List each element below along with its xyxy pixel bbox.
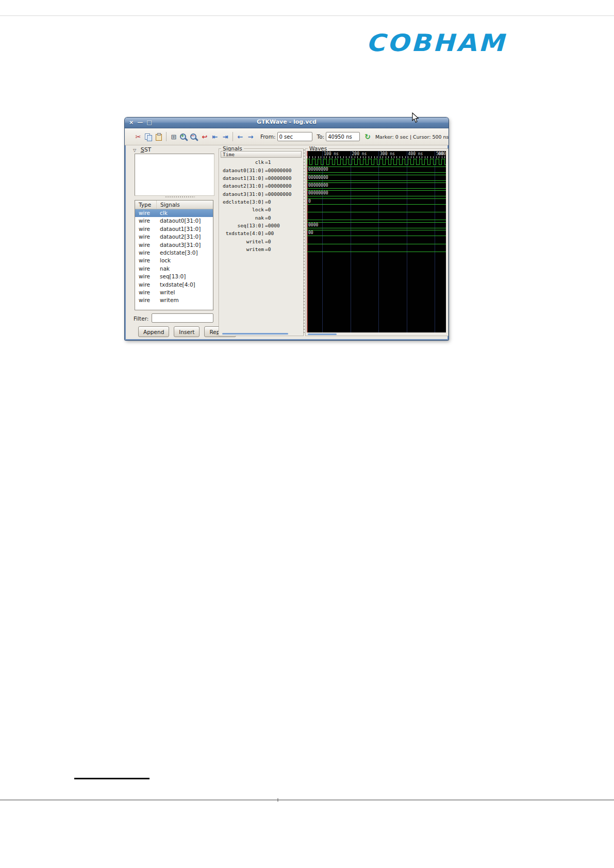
bus-line-bottom — [307, 236, 446, 236]
zoom-undo-icon[interactable]: ↩ — [200, 132, 210, 141]
signal-value-row-writem[interactable]: writem0 — [221, 245, 302, 253]
type-column-header[interactable]: Type — [135, 201, 157, 209]
signal-value-row-dataout1310[interactable]: dataout1[31:0]00000000 — [221, 174, 302, 182]
signal-value: 0 — [265, 207, 271, 212]
to-input[interactable] — [326, 132, 360, 141]
pane-resize-grip[interactable] — [165, 196, 195, 198]
toolbar: ✂⊞+−↩⇤⇥←→ From: To: ↻ Marker: 0 sec | Cu… — [125, 128, 449, 145]
filter-input[interactable] — [152, 313, 213, 323]
signals-column-header[interactable]: Signals — [157, 201, 180, 209]
signal-list-body: wireclkwiredataout0[31:0]wiredataout1[31… — [135, 209, 213, 305]
signal-name: nak — [156, 265, 170, 273]
bus-line-bottom — [307, 172, 446, 173]
signal-value-row-lock[interactable]: lock0 — [221, 206, 302, 213]
wave-row-dataout2[interactable]: 00000000 — [307, 181, 446, 189]
signal-type: wire — [135, 241, 156, 249]
shift-left-icon[interactable]: ← — [235, 132, 245, 141]
signal-value-name: dataout2[31:0] — [221, 183, 264, 189]
wave-row-nak[interactable] — [307, 213, 446, 221]
signal-value-row-nak[interactable]: nak0 — [221, 213, 302, 221]
to-end-icon[interactable]: ⇥ — [220, 132, 230, 141]
footer-rule-tick — [277, 798, 278, 802]
wave-row-lock[interactable] — [307, 205, 446, 213]
signal-value-row-dataout2310[interactable]: dataout2[31:0]00000000 — [221, 182, 302, 190]
signal-value-row-seq130[interactable]: seq[13:0]0000 — [221, 222, 302, 229]
wave-row-seq[interactable]: 0000 — [307, 221, 446, 229]
signals-hscrollbar[interactable] — [222, 333, 288, 335]
bus-value-label: 00000000 — [308, 191, 328, 195]
titlebar[interactable]: × — □ GTKWave - log.vcd — [125, 118, 449, 128]
window-title: GTKWave - log.vcd — [125, 119, 449, 125]
signal-value: 1 — [265, 159, 271, 165]
wave-row-edclstate[interactable]: 0 — [307, 197, 446, 205]
bus-line-top — [307, 230, 446, 230]
signal-list-item-dataout0310[interactable]: wiredataout0[31:0] — [135, 217, 213, 225]
zoom-in-icon[interactable]: + — [179, 132, 189, 141]
wave-row-clk[interactable] — [307, 158, 446, 165]
zoom-in-handle — [185, 137, 188, 141]
marker-cursor-status: Marker: 0 sec | Cursor: 500 ns — [375, 134, 449, 140]
signal-list-item-txdstate40[interactable]: wiretxdstate[4:0] — [135, 281, 213, 289]
signal-value-row-clk[interactable]: clk1 — [221, 158, 302, 166]
paste-icon[interactable] — [154, 132, 164, 141]
bus-value-label: 00 — [308, 230, 313, 235]
zoom-out-handle — [195, 137, 198, 141]
signal-list-item-dataout2310[interactable]: wiredataout2[31:0] — [135, 233, 213, 241]
insert-button[interactable]: Insert — [174, 326, 200, 337]
signal-value-row-writel[interactable]: writel0 — [221, 238, 302, 245]
signal-value-row-txdstate40[interactable]: txdstate[4:0]00 — [221, 229, 302, 237]
bus-value-label: 0 — [308, 199, 311, 204]
signal-list-item-edclstate30[interactable]: wireedclstate[3:0] — [135, 249, 213, 257]
signal-value-row-dataout3310[interactable]: dataout3[31:0]00000000 — [221, 190, 302, 197]
bit-line — [307, 244, 446, 244]
signal-value-name: dataout1[31:0] — [221, 175, 264, 181]
wave-row-dataout3[interactable]: 00000000 — [307, 189, 446, 197]
signal-list-item-seq130[interactable]: wireseq[13:0] — [135, 273, 213, 280]
zoom-out-icon[interactable]: − — [189, 132, 200, 141]
wave-row-writem[interactable] — [307, 245, 446, 253]
cut-icon[interactable]: ✂ — [133, 132, 143, 141]
reload-icon[interactable]: ↻ — [364, 132, 371, 141]
shift-right-icon[interactable]: → — [245, 132, 256, 141]
signal-name: dataout2[31:0] — [156, 233, 201, 241]
signal-list-header[interactable]: Type Signals — [135, 201, 213, 209]
signal-value: 00 — [265, 230, 274, 236]
signal-type: wire — [135, 209, 156, 217]
bus-line-top — [307, 198, 446, 199]
timeline-tick-label: 300 ns — [380, 152, 395, 156]
wave-row-txdstate[interactable]: 00 — [307, 229, 446, 237]
signal-name: edclstate[3:0] — [156, 249, 198, 257]
signal-value-name: dataout0[31:0] — [221, 168, 264, 173]
signal-list-item-lock[interactable]: wirelock — [135, 257, 213, 264]
bus-line-top — [307, 222, 446, 223]
toolbar-separator — [233, 132, 233, 141]
wave-row-dataout1[interactable]: 00000000 — [307, 174, 446, 181]
append-button[interactable]: Append — [138, 326, 169, 337]
sst-tree-view[interactable] — [135, 154, 214, 196]
bit-line — [307, 252, 446, 252]
signal-value: 0 — [265, 239, 271, 244]
wave-row-writel[interactable] — [307, 237, 446, 245]
signal-list-item-writem[interactable]: wirewritem — [135, 296, 213, 304]
signal-list-item-nak[interactable]: wirenak — [135, 265, 213, 273]
from-input[interactable] — [277, 132, 312, 141]
sst-expander-icon[interactable]: ▽ — [133, 148, 136, 153]
signal-type-list: Type Signals wireclkwiredataout0[31:0]wi… — [135, 200, 213, 310]
wave-display-area[interactable]: 600 100 ns200 ns300 ns400 ns500 ns 00000… — [307, 151, 446, 332]
zoom-fit-icon[interactable]: ⊞ — [169, 132, 179, 141]
copy-icon[interactable] — [143, 132, 154, 141]
signal-value-name: lock — [221, 207, 264, 212]
to-start-icon[interactable]: ⇤ — [210, 132, 220, 141]
signal-value-row-dataout0310[interactable]: dataout0[31:0]00000000 — [221, 166, 302, 174]
waves-hscrollbar[interactable] — [308, 333, 337, 335]
signal-list-item-writel[interactable]: wirewritel — [135, 289, 213, 296]
signal-value-name: seq[13:0] — [221, 223, 264, 228]
signal-type: wire — [135, 273, 156, 280]
signal-list-item-dataout1310[interactable]: wiredataout1[31:0] — [135, 225, 213, 233]
signal-list-item-clk[interactable]: wireclk — [135, 209, 213, 217]
wave-row-dataout0[interactable]: 00000000 — [307, 165, 446, 173]
signal-value-row-edclstate30[interactable]: edclstate[3:0]0 — [221, 198, 302, 206]
signal-value-name: clk — [221, 159, 264, 165]
signal-list-item-dataout3310[interactable]: wiredataout3[31:0] — [135, 241, 213, 249]
filter-label: Filter: — [134, 315, 148, 322]
